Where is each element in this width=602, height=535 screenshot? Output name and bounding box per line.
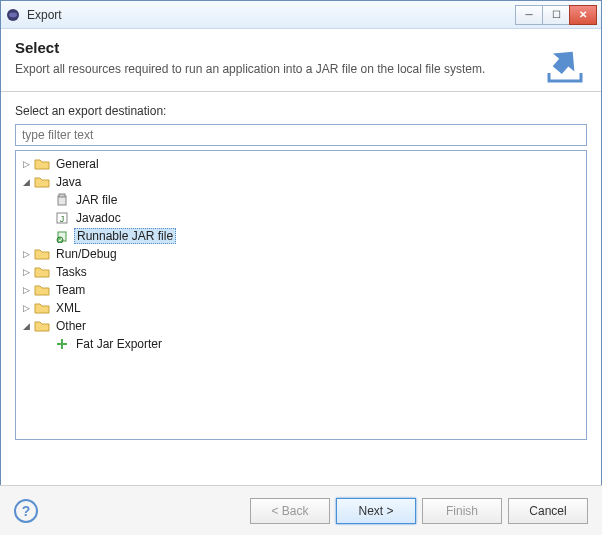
tree-node-tasks[interactable]: ▷ Tasks — [18, 263, 584, 281]
tree-node-team[interactable]: ▷ Team — [18, 281, 584, 299]
collapse-icon[interactable]: ◢ — [20, 320, 32, 332]
expand-icon[interactable]: ▷ — [20, 248, 32, 260]
tree-label: General — [54, 157, 101, 171]
svg-text:J: J — [60, 214, 65, 224]
destination-label: Select an export destination: — [15, 104, 587, 118]
jar-icon — [54, 193, 70, 207]
folder-icon — [34, 301, 50, 315]
minimize-button[interactable]: ─ — [515, 5, 543, 25]
tree-label: Java — [54, 175, 83, 189]
expand-icon[interactable]: ▷ — [20, 266, 32, 278]
tree-label-selected: Runnable JAR file — [74, 228, 176, 244]
collapse-icon[interactable]: ◢ — [20, 176, 32, 188]
close-button[interactable]: ✕ — [569, 5, 597, 25]
export-icon — [543, 43, 587, 83]
filter-input[interactable] — [15, 124, 587, 146]
tree-label: Run/Debug — [54, 247, 119, 261]
expand-icon[interactable]: ▷ — [20, 302, 32, 314]
finish-button[interactable]: Finish — [422, 498, 502, 524]
folder-icon — [34, 175, 50, 189]
tree-node-fat-jar[interactable]: ▷ Fat Jar Exporter — [18, 335, 584, 353]
window-controls: ─ ☐ ✕ — [516, 5, 597, 25]
tree-label: Other — [54, 319, 88, 333]
wizard-header: Select Export all resources required to … — [1, 29, 601, 92]
plus-icon — [54, 337, 70, 351]
javadoc-icon: J — [54, 211, 70, 225]
back-button[interactable]: < Back — [250, 498, 330, 524]
tree-node-run-debug[interactable]: ▷ Run/Debug — [18, 245, 584, 263]
tree-container[interactable]: ▷ General ◢ Java ▷ JAR file ▷ J Javadoc … — [15, 150, 587, 440]
tree-label: XML — [54, 301, 83, 315]
tree-label: Fat Jar Exporter — [74, 337, 164, 351]
runnable-jar-icon — [54, 229, 70, 243]
tree-node-general[interactable]: ▷ General — [18, 155, 584, 173]
svg-rect-9 — [57, 343, 67, 345]
tree-label: Team — [54, 283, 87, 297]
tree-node-xml[interactable]: ▷ XML — [18, 299, 584, 317]
svg-rect-3 — [59, 194, 65, 197]
wizard-footer: ? < Back Next > Finish Cancel — [0, 485, 602, 535]
folder-icon — [34, 157, 50, 171]
tree-label: Tasks — [54, 265, 89, 279]
maximize-button[interactable]: ☐ — [542, 5, 570, 25]
tree-node-runnable-jar[interactable]: ▷ Runnable JAR file — [18, 227, 584, 245]
folder-icon — [34, 247, 50, 261]
wizard-body: Select an export destination: ▷ General … — [1, 92, 601, 446]
expand-icon[interactable]: ▷ — [20, 284, 32, 296]
titlebar: Export ─ ☐ ✕ — [1, 1, 601, 29]
folder-icon — [34, 283, 50, 297]
folder-icon — [34, 265, 50, 279]
cancel-button[interactable]: Cancel — [508, 498, 588, 524]
folder-icon — [34, 319, 50, 333]
expand-icon[interactable]: ▷ — [20, 158, 32, 170]
tree-node-java[interactable]: ◢ Java — [18, 173, 584, 191]
tree-node-javadoc[interactable]: ▷ J Javadoc — [18, 209, 584, 227]
eclipse-icon — [5, 7, 21, 23]
tree-label: Javadoc — [74, 211, 123, 225]
window-title: Export — [27, 8, 516, 22]
next-button[interactable]: Next > — [336, 498, 416, 524]
tree-label: JAR file — [74, 193, 119, 207]
help-button[interactable]: ? — [14, 499, 38, 523]
svg-point-7 — [57, 237, 63, 243]
page-description: Export all resources required to run an … — [15, 62, 533, 76]
tree-node-other[interactable]: ◢ Other — [18, 317, 584, 335]
page-title: Select — [15, 39, 533, 56]
svg-point-1 — [9, 12, 17, 17]
tree-node-jar-file[interactable]: ▷ JAR file — [18, 191, 584, 209]
